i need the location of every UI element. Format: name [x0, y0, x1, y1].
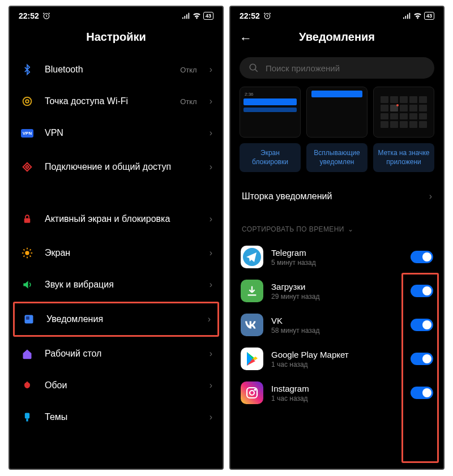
chevron-right-icon: ›: [429, 191, 432, 201]
app-subtitle: 1 час назад: [271, 394, 403, 402]
settings-label: Активный экран и блокировка: [45, 213, 199, 225]
settings-item-lockscreen[interactable]: Активный экран и блокировка ›: [10, 201, 223, 237]
svg-point-30: [250, 391, 254, 395]
chevron-right-icon: ›: [210, 65, 212, 75]
svg-rect-1: [182, 18, 183, 19]
page-title: Настройки: [10, 23, 223, 54]
toggle-switch[interactable]: [411, 251, 433, 263]
svg-line-14: [30, 256, 31, 257]
notification-shade-row[interactable]: Шторка уведомлений ›: [230, 182, 443, 211]
settings-item-connection[interactable]: Подключение и общий доступ ›: [10, 149, 223, 185]
highlight-box: Уведомления ›: [13, 302, 219, 337]
svg-rect-18: [26, 316, 29, 320]
chevron-right-icon: ›: [210, 349, 212, 359]
play-icon: [241, 348, 263, 370]
svg-point-6: [23, 97, 32, 106]
settings-item-wallpaper[interactable]: Обои ›: [10, 370, 223, 401]
settings-item-display[interactable]: Экран ›: [10, 237, 223, 269]
wifi-icon: [413, 12, 422, 19]
settings-label: Обои: [45, 380, 199, 391]
vk-icon: [241, 314, 263, 336]
chevron-down-icon: ⌄: [348, 225, 353, 233]
app-name: VK: [271, 316, 403, 325]
preview-lockscreen[interactable]: 2:36: [240, 87, 301, 138]
chevron-right-icon: ›: [210, 214, 212, 224]
label-lockscreen[interactable]: Экран блокировки: [240, 143, 301, 172]
lock-icon: [20, 212, 35, 226]
brightness-icon: [20, 246, 35, 260]
app-name: Instagram: [271, 384, 403, 393]
search-placeholder: Поиск приложений: [266, 63, 340, 73]
notification-type-labels: Экран блокировки Всплывающие уведомлен М…: [230, 143, 443, 182]
label-popup[interactable]: Всплывающие уведомлен: [306, 143, 367, 172]
back-button[interactable]: ←: [240, 31, 252, 46]
shade-label: Шторка уведомлений: [242, 191, 332, 201]
settings-status: Откл: [180, 66, 197, 74]
page-title: ← Уведомления: [230, 23, 443, 54]
bluetooth-icon: [20, 62, 35, 77]
download-icon: [241, 280, 263, 302]
label-badge[interactable]: Метка на значке приложени: [373, 143, 434, 172]
svg-rect-7: [24, 218, 31, 223]
statusbar: 22:52 43: [230, 7, 443, 23]
chevron-right-icon: ›: [210, 162, 212, 172]
toggle-switch[interactable]: [411, 285, 433, 297]
app-name: Telegram: [271, 248, 403, 258]
settings-item-bluetooth[interactable]: Bluetooth Откл ›: [10, 54, 223, 85]
toggle-switch[interactable]: [411, 387, 433, 399]
app-subtitle: 5 минут назад: [271, 259, 403, 267]
app-subtitle: 1 час назад: [271, 361, 403, 368]
toggle-switch[interactable]: [411, 319, 433, 331]
wallpaper-icon: [20, 378, 35, 393]
settings-item-desktop[interactable]: Рабочий стол ›: [10, 338, 223, 370]
sound-icon: [20, 277, 35, 292]
search-input[interactable]: Поиск приложений: [240, 57, 434, 79]
app-row-instagram[interactable]: Instagram 1 час назад: [230, 376, 443, 410]
settings-item-hotspot[interactable]: Точка доступа Wi-Fi Откл ›: [10, 85, 223, 117]
svg-rect-23: [405, 16, 406, 19]
svg-point-5: [25, 100, 29, 103]
settings-item-themes[interactable]: Темы ›: [10, 401, 223, 433]
svg-rect-3: [186, 14, 187, 19]
sort-by-time[interactable]: СОРТИРОВАТЬ ПО ВРЕМЕНИ ⌄: [230, 225, 443, 240]
notification-type-previews: 2:36: [230, 87, 443, 138]
svg-rect-4: [188, 13, 189, 19]
app-subtitle: 58 минут назад: [271, 327, 403, 335]
app-name: Google Play Маркет: [271, 350, 403, 359]
preview-badge[interactable]: [373, 87, 434, 138]
app-row-play[interactable]: Google Play Маркет 1 час назад: [230, 342, 443, 376]
status-time: 22:52: [19, 11, 39, 20]
app-name: Загрузки: [271, 282, 403, 291]
svg-line-15: [23, 256, 24, 257]
settings-label: VPN: [45, 127, 199, 139]
signal-icon: [403, 12, 411, 19]
app-row-telegram[interactable]: Telegram 5 минут назад: [230, 240, 443, 274]
settings-item-notifications[interactable]: Уведомления ›: [15, 303, 217, 335]
settings-label: Рабочий стол: [45, 348, 199, 359]
app-row-vk[interactable]: VK 58 минут назад: [230, 308, 443, 342]
settings-label: Звук и вибрация: [45, 279, 199, 290]
chevron-right-icon: ›: [210, 96, 212, 106]
svg-rect-20: [26, 419, 28, 422]
settings-label: Точка доступа Wi-Fi: [45, 96, 170, 107]
battery-icon: 43: [203, 12, 213, 20]
svg-rect-19: [25, 413, 29, 419]
toggle-switch[interactable]: [411, 353, 433, 365]
search-icon: [249, 63, 259, 73]
app-subtitle: 29 минут назад: [271, 293, 403, 301]
home-icon: [20, 346, 35, 361]
settings-item-vpn[interactable]: VPN VPN ›: [10, 117, 223, 149]
notifications-screen: 22:52 43 ← Уведомления Поиск приложений …: [229, 6, 445, 470]
app-row-downloads[interactable]: Загрузки 29 минут назад: [230, 274, 443, 308]
notification-icon: [22, 312, 36, 327]
statusbar: 22:52 43: [10, 7, 223, 23]
wifi-icon: [193, 12, 201, 19]
preview-popup[interactable]: [306, 87, 367, 138]
svg-line-13: [23, 249, 24, 250]
vpn-icon: VPN: [20, 126, 35, 140]
svg-point-26: [250, 64, 256, 70]
svg-rect-25: [409, 13, 410, 19]
settings-item-sound[interactable]: Звук и вибрация ›: [10, 269, 223, 301]
chevron-right-icon: ›: [210, 248, 212, 258]
svg-rect-2: [184, 16, 185, 19]
